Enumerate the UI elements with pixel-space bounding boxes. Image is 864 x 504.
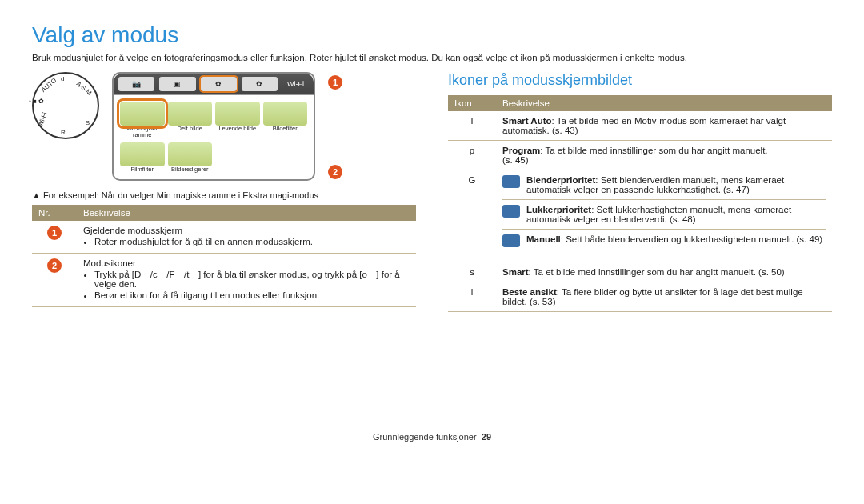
mode-label: Program	[502, 146, 540, 155]
sub-label: Manuell	[526, 234, 561, 244]
mode-thumb[interactable]	[120, 142, 165, 166]
example-caption: ▲ For eksempel: Når du velger Min magisk…	[32, 190, 416, 200]
wifi-label: Wi-Fi	[282, 80, 309, 88]
mode-label: Smart Auto	[502, 116, 552, 126]
thumb-label: Delt bilde	[168, 126, 213, 132]
row-callout: 2	[47, 258, 62, 273]
thumb-label: Levende bilde	[215, 126, 260, 132]
row-callout: 1	[47, 226, 62, 240]
mode-tab[interactable]: 📷	[118, 77, 154, 91]
page-footer: Grunnleggende funksjoner 29	[32, 432, 832, 442]
row-bullet: Berør et ikon for å få tilgang til en mo…	[94, 290, 410, 300]
mode-icon: p	[448, 141, 496, 170]
mode-tab[interactable]: ✿	[242, 77, 278, 91]
mode-ref: (s. 45)	[502, 155, 529, 165]
thumb-label: Bilderedigerer	[168, 166, 213, 173]
shutter-priority-icon	[502, 205, 520, 218]
thumb-label: Bildefilter	[263, 126, 308, 132]
mode-tab[interactable]: ▣	[159, 77, 195, 91]
sub-label: Lukkerprioritet	[526, 205, 591, 214]
mode-icon: s	[448, 262, 496, 282]
mode-thumb[interactable]	[215, 102, 260, 126]
th-desc: Beskrivelse	[496, 95, 832, 111]
mode-thumb[interactable]	[168, 142, 213, 166]
th-nr: Nr.	[32, 205, 77, 221]
th-icon: Ikon	[448, 95, 496, 111]
mode-thumb[interactable]	[168, 102, 213, 126]
footer-section: Grunnleggende funksjoner	[373, 432, 477, 442]
mode-thumb[interactable]	[120, 102, 165, 126]
row-title: Gjeldende modusskjerm	[83, 226, 182, 235]
callout-2: 2	[328, 165, 342, 179]
callout-1: 1	[328, 75, 342, 90]
row-bullet: Roter modushjulet for å gå til en annen …	[94, 237, 410, 246]
thumb-label: Min magiske ramme	[120, 126, 165, 139]
mode-icon: i	[448, 282, 496, 312]
sub-body: : Sett både blenderverdien og lukkerhast…	[561, 234, 822, 244]
manual-icon	[502, 234, 520, 247]
row-title: Modusikoner	[83, 258, 136, 268]
right-table: Ikon Beskrivelse T Smart Auto: Ta et bil…	[448, 95, 832, 312]
th-desc: Beskrivelse	[77, 205, 416, 221]
mode-dial-illustration: d A·S·M S R Wi-Fi ◦ ■ ✿ AUTO	[32, 72, 99, 139]
intro-text: Bruk modushjulet for å velge en fotograf…	[32, 53, 832, 62]
page-title: Valg av modus	[32, 22, 832, 48]
sub-label: Blenderprioritet	[526, 175, 595, 185]
left-table: Nr. Beskrivelse 1 Gjeldende modusskjerm …	[32, 205, 416, 307]
mode-icon: G	[448, 170, 496, 262]
mode-body: : Ta et bilde med innstillinger som du h…	[540, 146, 767, 155]
mode-screen-panel: 📷 ▣ ✿ ✿ Wi-Fi Min magiske ramme Delt bil…	[112, 72, 315, 181]
thumb-label: Filmfilter	[120, 166, 165, 173]
row-bullet: Trykk på [D /c /F /t ] for å bla til øns…	[94, 270, 410, 289]
mode-tab-bar: 📷 ▣ ✿ ✿ Wi-Fi	[114, 74, 314, 95]
footer-page-number: 29	[482, 432, 491, 442]
mode-icon: T	[448, 111, 496, 141]
mode-thumb[interactable]	[263, 102, 308, 126]
mode-body: : Ta et bilde med innstillinger som du h…	[529, 267, 785, 277]
mode-tab-selected[interactable]: ✿	[201, 77, 237, 91]
mode-label: Beste ansikt	[502, 287, 557, 297]
right-heading: Ikoner på modusskjermbildet	[448, 72, 832, 89]
mode-label: Smart	[502, 267, 529, 277]
aperture-priority-icon	[502, 175, 520, 188]
